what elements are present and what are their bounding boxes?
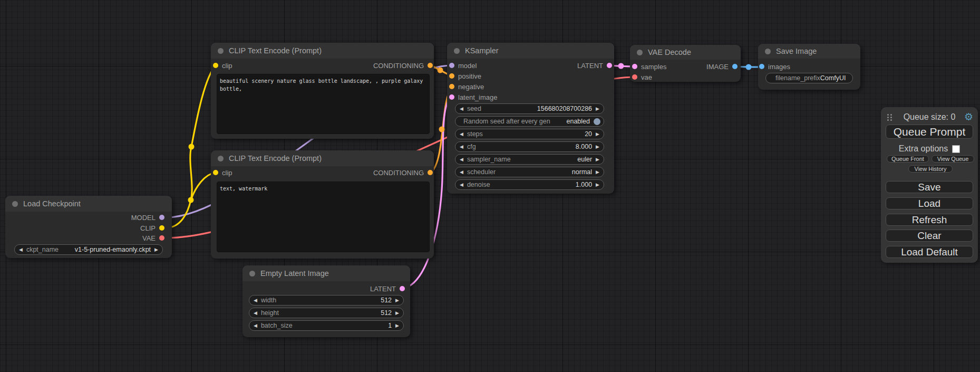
queue-prompt-button[interactable]: Queue Prompt	[886, 125, 973, 139]
reroute-dot-image[interactable]	[746, 64, 752, 70]
collapse-dot-icon[interactable]	[249, 271, 255, 276]
reroute-dot-positive[interactable]	[438, 68, 443, 73]
latent-port-icon[interactable]	[632, 64, 637, 69]
decrement-icon[interactable]: ◀	[460, 131, 463, 137]
node-ksampler[interactable]: KSampler model positive negative latent_…	[447, 43, 614, 194]
clear-button[interactable]: Clear	[886, 230, 973, 242]
collapse-dot-icon[interactable]	[12, 201, 18, 207]
increment-icon[interactable]: ▶	[596, 169, 599, 175]
increment-icon[interactable]: ▶	[596, 131, 599, 137]
node-load-checkpoint[interactable]: Load Checkpoint MODEL CLIP VAE ◀ ckpt_na…	[5, 196, 172, 258]
increment-icon[interactable]: ▶	[596, 182, 599, 187]
input-vae[interactable]: vae	[632, 72, 652, 82]
node-title-bar[interactable]: KSampler	[447, 43, 614, 59]
drag-handle-icon[interactable]	[887, 114, 889, 116]
collapse-dot-icon[interactable]	[218, 48, 224, 54]
reroute-dot-negative[interactable]	[439, 127, 445, 132]
comfyui-canvas[interactable]: { "nodes": { "load_checkpoint": { "title…	[0, 0, 980, 372]
prompt-textarea[interactable]: text, watermark	[217, 182, 430, 252]
decrement-icon[interactable]: ◀	[254, 298, 257, 303]
reroute-dot-clip-lower[interactable]	[188, 197, 194, 203]
increment-icon[interactable]: ▶	[596, 144, 599, 149]
queue-panel[interactable]: Queue size: 0 ⚙ Queue Prompt Extra optio…	[881, 107, 978, 263]
clip-port-icon[interactable]	[213, 170, 218, 175]
node-title-bar[interactable]: Empty Latent Image	[242, 265, 410, 281]
node-title-bar[interactable]: Save Image	[758, 44, 860, 59]
output-latent[interactable]: LATENT	[370, 284, 405, 293]
node-empty-latent-image[interactable]: Empty Latent Image LATENT ◀ width 512 ▶ …	[242, 265, 410, 337]
node-title-bar[interactable]: Load Checkpoint	[5, 196, 172, 212]
node-title-bar[interactable]: CLIP Text Encode (Prompt)	[211, 43, 434, 59]
input-model[interactable]: model	[449, 61, 477, 70]
queue-front-button[interactable]: Queue Front	[887, 155, 929, 163]
clip-port-icon[interactable]	[213, 63, 218, 68]
decrement-icon[interactable]: ◀	[460, 144, 463, 149]
node-title-bar[interactable]: VAE Decode	[630, 45, 741, 60]
latent-port-icon[interactable]	[449, 94, 454, 100]
input-latent-image[interactable]: latent_image	[449, 92, 497, 102]
widget-scheduler[interactable]: ◀ scheduler normal ▶	[455, 167, 604, 177]
reroute-dot-latent[interactable]	[618, 63, 624, 69]
conditioning-port-icon[interactable]	[428, 170, 433, 175]
collapse-dot-icon[interactable]	[454, 48, 460, 54]
decrement-icon[interactable]: ◀	[254, 310, 257, 316]
increment-icon[interactable]: ▶	[395, 323, 399, 328]
input-clip[interactable]: clip	[213, 61, 232, 70]
increment-icon[interactable]: ▶	[154, 247, 158, 252]
increment-icon[interactable]: ▶	[395, 298, 399, 303]
widget-random-seed-toggle[interactable]: Random seed after every gen enabled	[455, 116, 604, 127]
decrement-icon[interactable]: ◀	[460, 106, 463, 111]
refresh-button[interactable]: Refresh	[886, 214, 973, 226]
extra-options-checkbox[interactable]	[952, 145, 960, 153]
node-clip-text-encode-positive[interactable]: CLIP Text Encode (Prompt) clip CONDITION…	[211, 43, 434, 139]
load-button[interactable]: Load	[886, 197, 973, 209]
output-vae[interactable]: VAE	[142, 233, 164, 243]
view-history-button[interactable]: View History	[908, 165, 953, 173]
output-latent[interactable]: LATENT	[577, 61, 612, 70]
output-model[interactable]: MODEL	[131, 213, 164, 222]
latent-port-icon[interactable]	[607, 63, 612, 68]
vae-port-icon[interactable]	[159, 235, 164, 241]
decrement-icon[interactable]: ◀	[460, 169, 463, 175]
increment-icon[interactable]: ▶	[596, 157, 599, 162]
view-queue-button[interactable]: View Queue	[932, 155, 974, 163]
vae-port-icon[interactable]	[632, 74, 637, 80]
clip-port-icon[interactable]	[159, 225, 164, 231]
model-port-icon[interactable]	[159, 215, 164, 220]
node-clip-text-encode-negative[interactable]: CLIP Text Encode (Prompt) clip CONDITION…	[211, 150, 434, 259]
widget-denoise[interactable]: ◀ denoise 1.000 ▶	[455, 179, 604, 190]
decrement-icon[interactable]: ◀	[460, 157, 463, 162]
input-negative[interactable]: negative	[449, 82, 484, 91]
image-port-icon[interactable]	[732, 64, 738, 69]
widget-filename-prefix[interactable]: filename_prefix ComfyUI	[765, 73, 853, 83]
output-image[interactable]: IMAGE	[706, 62, 738, 71]
conditioning-port-icon[interactable]	[449, 84, 454, 89]
widget-sampler-name[interactable]: ◀ sampler_name euler ▶	[455, 154, 604, 165]
model-port-icon[interactable]	[449, 63, 454, 68]
prompt-textarea[interactable]: beautiful scenery nature glass bottle la…	[217, 74, 430, 134]
collapse-dot-icon[interactable]	[637, 50, 643, 55]
widget-batch-size[interactable]: ◀ batch_size 1 ▶	[249, 320, 404, 331]
conditioning-port-icon[interactable]	[428, 63, 433, 68]
output-conditioning[interactable]: CONDITIONING	[373, 61, 433, 70]
widget-seed[interactable]: ◀ seed 156680208700286 ▶	[455, 103, 604, 114]
output-conditioning[interactable]: CONDITIONING	[373, 168, 433, 177]
node-vae-decode[interactable]: VAE Decode samples vae IMAGE	[630, 45, 741, 82]
toggle-knob-icon[interactable]	[594, 118, 600, 125]
latent-port-icon[interactable]	[400, 286, 405, 291]
node-save-image[interactable]: Save Image images filename_prefix ComfyU…	[758, 44, 860, 90]
decrement-icon[interactable]: ◀	[254, 323, 257, 328]
settings-gear-icon[interactable]: ⚙	[964, 111, 973, 123]
increment-icon[interactable]: ▶	[596, 106, 599, 111]
decrement-icon[interactable]: ◀	[460, 182, 463, 187]
image-port-icon[interactable]	[759, 64, 764, 69]
widget-cfg[interactable]: ◀ cfg 8.000 ▶	[455, 141, 604, 152]
widget-height[interactable]: ◀ height 512 ▶	[249, 308, 404, 318]
input-clip[interactable]: clip	[213, 168, 232, 177]
output-clip[interactable]: CLIP	[140, 223, 164, 233]
collapse-dot-icon[interactable]	[218, 156, 224, 161]
decrement-icon[interactable]: ◀	[19, 247, 23, 252]
widget-width[interactable]: ◀ width 512 ▶	[249, 295, 404, 306]
collapse-dot-icon[interactable]	[765, 49, 771, 54]
input-images[interactable]: images	[759, 62, 790, 71]
